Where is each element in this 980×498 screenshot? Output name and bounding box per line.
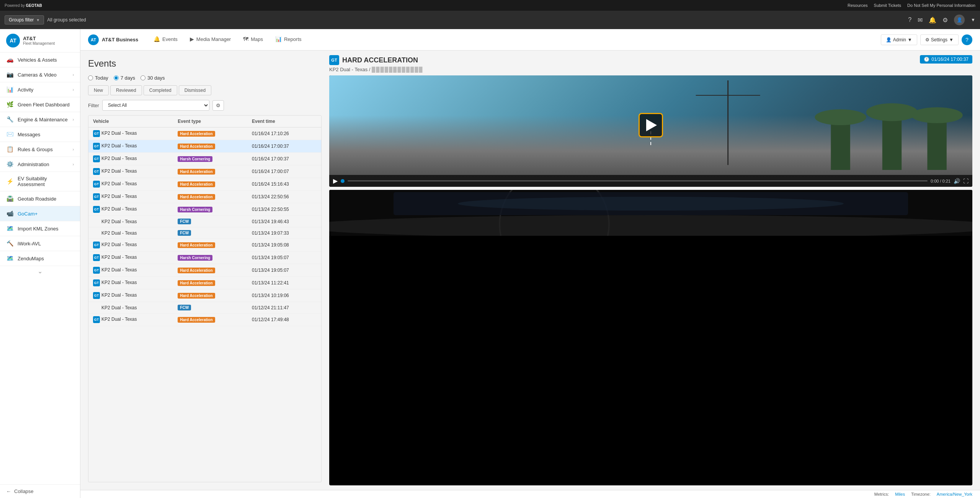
- powered-by-text: Powered by GEOTAB: [5, 3, 42, 8]
- table-row[interactable]: GTKP2 Dual - TexasHarsh Cornering01/13/2…: [88, 251, 321, 264]
- sidebar-label-vehicles: Vehicles & Assets: [18, 57, 74, 63]
- table-row[interactable]: GTKP2 Dual - TexasHard Acceleration01/16…: [88, 127, 321, 140]
- filter-select[interactable]: Select All Hard Acceleration Harsh Corne…: [102, 100, 209, 111]
- nav-item-events[interactable]: 🔔 Events: [147, 29, 184, 51]
- sidebar-item-import-kml[interactable]: 🗺️ Import KML Zones: [0, 221, 80, 236]
- cell-vehicle: KP2 Dual - Texas: [88, 302, 173, 313]
- gt-badge: GT: [93, 316, 100, 323]
- collapse-arrow-icon: ←: [6, 488, 11, 494]
- gt-badge: GT: [93, 168, 100, 175]
- table-row[interactable]: KP2 Dual - TexasFCW01/12/24 21:11:47: [88, 302, 321, 313]
- green-fleet-icon: 🌿: [6, 101, 14, 108]
- cell-vehicle: GTKP2 Dual - Texas: [88, 165, 173, 178]
- do-not-sell-link[interactable]: Do Not Sell My Personal Information: [907, 3, 975, 8]
- sidebar-item-gocam[interactable]: 📹 GoCam+: [0, 206, 80, 221]
- sidebar-item-green-fleet[interactable]: 🌿 Green Fleet Dashboard: [0, 97, 80, 112]
- 30days-radio[interactable]: 30 days: [140, 75, 165, 81]
- help-icon-btn[interactable]: ?: [908, 16, 911, 23]
- metrics-label: Metrics:: [874, 492, 889, 496]
- sidebar-collapse-button[interactable]: ← Collapse: [0, 484, 80, 498]
- cell-vehicle: GTKP2 Dual - Texas: [88, 239, 173, 251]
- nav-item-media-manager[interactable]: ▶ Media Manager: [184, 29, 237, 51]
- nav-item-reports[interactable]: 📊 Reports: [269, 29, 308, 51]
- time-radio-group: Today 7 days 30 days: [88, 75, 165, 81]
- nav-bar: AT AT&T Business 🔔 Events ▶ Media Manage…: [80, 29, 980, 51]
- events-panel: Events Today 7 days: [80, 51, 329, 490]
- settings-button[interactable]: ⚙ Settings ▼: [920, 34, 959, 45]
- sidebar-item-activity[interactable]: 📊 Activity ›: [0, 82, 80, 97]
- tab-reviewed[interactable]: Reviewed: [110, 85, 142, 95]
- video-volume-icon[interactable]: 🔊: [954, 178, 960, 184]
- admin-button[interactable]: 👤 Admin ▼: [881, 34, 917, 45]
- sidebar-label-zendumaps: ZenduMaps: [18, 256, 74, 261]
- video-play-button[interactable]: ▶: [333, 177, 338, 185]
- mail-icon-btn[interactable]: ✉: [918, 16, 923, 24]
- cell-event-time: 01/16/24 15:16:43: [247, 178, 321, 191]
- play-button[interactable]: [639, 113, 663, 137]
- nav-item-maps[interactable]: 🗺 Maps: [237, 29, 269, 51]
- table-row[interactable]: GTKP2 Dual - TexasHarsh Cornering01/13/2…: [88, 203, 321, 216]
- sidebar-item-zendumaps[interactable]: 🗺️ ZenduMaps: [0, 251, 80, 266]
- sidebar-item-rules[interactable]: 📋 Rules & Groups ›: [0, 142, 80, 157]
- help-button[interactable]: ?: [962, 34, 972, 45]
- table-row[interactable]: GTKP2 Dual - TexasHard Acceleration01/16…: [88, 178, 321, 191]
- table-row[interactable]: KP2 Dual - TexasFCW01/13/24 19:07:33: [88, 227, 321, 239]
- timezone-value[interactable]: America/New_York: [937, 492, 972, 496]
- sidebar-item-iwork[interactable]: 🔨 iWork-AVL: [0, 236, 80, 251]
- sidebar-item-messages[interactable]: ✉️ Messages: [0, 127, 80, 142]
- dropdown-arrow-icon[interactable]: ▼: [971, 17, 975, 23]
- tab-new[interactable]: New: [88, 85, 109, 95]
- vehicles-icon: 🚗: [6, 56, 14, 63]
- metrics-value[interactable]: Miles: [895, 492, 905, 496]
- 30days-label: 30 days: [147, 75, 165, 81]
- table-row[interactable]: GTKP2 Dual - TexasHard Acceleration01/12…: [88, 313, 321, 326]
- 7days-radio-input[interactable]: [114, 75, 119, 80]
- settings-icon-btn[interactable]: ⚙: [942, 16, 948, 24]
- col-vehicle: Vehicle: [88, 116, 173, 127]
- submit-tickets-link[interactable]: Submit Tickets: [874, 3, 902, 8]
- sidebar-label-green-fleet: Green Fleet Dashboard: [18, 102, 74, 108]
- administration-icon: ⚙️: [6, 161, 14, 168]
- sidebar-item-administration[interactable]: ⚙️ Administration ›: [0, 157, 80, 172]
- groups-bar: Groups filter ▼ All groups selected ? ✉ …: [0, 11, 980, 29]
- table-row[interactable]: GTKP2 Dual - TexasHarsh Cornering01/16/2…: [88, 153, 321, 165]
- status-tabs: New Reviewed Completed Dismissed: [88, 85, 322, 95]
- filter-settings-button[interactable]: ⚙: [212, 100, 224, 111]
- table-row[interactable]: GTKP2 Dual - TexasHard Acceleration01/16…: [88, 140, 321, 153]
- cell-event-time: 01/13/24 19:07:33: [247, 227, 321, 239]
- cell-vehicle: GTKP2 Dual - Texas: [88, 203, 173, 216]
- video-timestamp: 🕐 01/16/24 17:00:37: [920, 55, 972, 64]
- video-progress-bar[interactable]: [348, 180, 928, 181]
- tab-completed[interactable]: Completed: [144, 85, 177, 95]
- table-row[interactable]: GTKP2 Dual - TexasHard Acceleration01/13…: [88, 264, 321, 277]
- sidebar-item-vehicles[interactable]: 🚗 Vehicles & Assets: [0, 52, 80, 67]
- bottom-video-container: [329, 190, 972, 485]
- table-row[interactable]: GTKP2 Dual - TexasHard Acceleration01/16…: [88, 165, 321, 178]
- logo-sub: Fleet Management: [23, 41, 55, 46]
- 7days-radio[interactable]: 7 days: [114, 75, 135, 81]
- groups-filter-button[interactable]: Groups filter ▼: [5, 15, 44, 24]
- resources-link[interactable]: Resources: [848, 3, 868, 8]
- help-question-icon: ?: [965, 37, 969, 43]
- video-fullscreen-icon[interactable]: ⛶: [963, 178, 969, 184]
- tab-dismissed[interactable]: Dismissed: [179, 85, 211, 95]
- table-row[interactable]: GTKP2 Dual - TexasHard Acceleration01/13…: [88, 289, 321, 302]
- reports-nav-icon: 📊: [275, 36, 282, 42]
- gocam-icon: 📹: [6, 210, 14, 217]
- sidebar-item-ev[interactable]: ⚡ EV Suitability Assessment: [0, 172, 80, 191]
- sidebar-item-cameras[interactable]: 📷 Cameras & Video ›: [0, 67, 80, 82]
- table-row[interactable]: KP2 Dual - TexasFCW01/13/24 19:46:43: [88, 216, 321, 227]
- today-radio-input[interactable]: [88, 75, 93, 80]
- sidebar-scroll-down[interactable]: ⌄: [0, 266, 80, 276]
- sidebar-item-roadside[interactable]: 🛣️ Geotab Roadside: [0, 191, 80, 206]
- today-radio[interactable]: Today: [88, 75, 108, 81]
- table-row[interactable]: GTKP2 Dual - TexasHard Acceleration01/13…: [88, 191, 321, 203]
- administration-chevron-icon: ›: [73, 162, 74, 167]
- col-event-type: Event type: [173, 116, 247, 127]
- table-row[interactable]: GTKP2 Dual - TexasHard Acceleration01/13…: [88, 277, 321, 289]
- 30days-radio-input[interactable]: [140, 75, 145, 80]
- bell-icon-btn[interactable]: 🔔: [929, 16, 936, 24]
- sidebar-item-engine[interactable]: 🔧 Engine & Maintenance ›: [0, 112, 80, 127]
- table-row[interactable]: GTKP2 Dual - TexasHard Acceleration01/13…: [88, 239, 321, 251]
- user-avatar[interactable]: 👤: [954, 15, 965, 25]
